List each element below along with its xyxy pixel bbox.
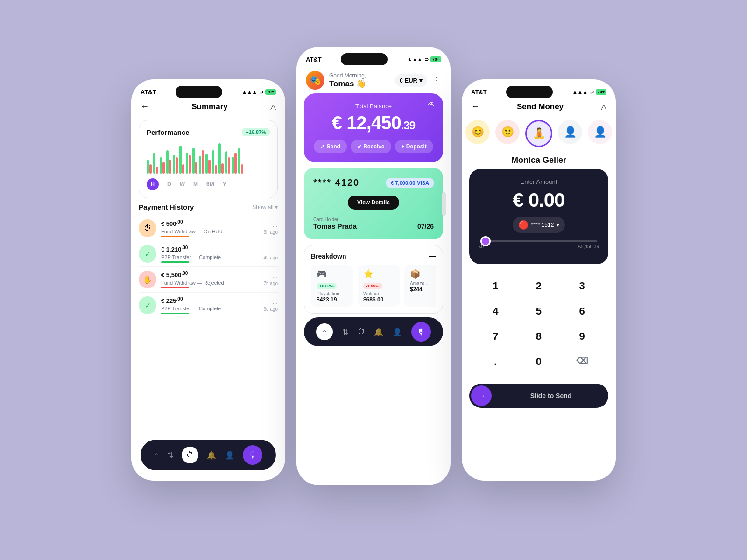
payment-dots-3[interactable]: ··· bbox=[263, 273, 278, 281]
status-icons-left: ▲▲▲ ⊃ 70+ bbox=[242, 89, 276, 95]
alert-icon-left[interactable]: △ bbox=[270, 102, 276, 111]
nav-home-left[interactable]: ⌂ bbox=[154, 451, 159, 459]
slide-to-send[interactable]: → Slide to Send bbox=[469, 384, 608, 408]
numpad-4[interactable]: 4 bbox=[474, 299, 517, 324]
card-holder-block: Card Holder Tomas Prada bbox=[313, 217, 357, 230]
performance-card: Performance +16.87% bbox=[139, 120, 278, 198]
amazon-name: Amazo... bbox=[410, 281, 436, 286]
nav-profile-left[interactable]: 👤 bbox=[225, 451, 234, 460]
filter-6M[interactable]: 6M bbox=[206, 181, 214, 188]
back-button-left[interactable]: ← bbox=[141, 102, 149, 112]
contact-avatar-active[interactable]: 🧘 bbox=[525, 120, 552, 147]
amount-slider-track[interactable] bbox=[480, 240, 597, 242]
payment-info-2: € 1,210.00 P2P Transfer — Complete bbox=[161, 245, 259, 262]
enter-amount-card: Enter Amount € 0.00 🔴 **** 1512 ▾ €0 €5,… bbox=[469, 169, 608, 264]
send-button[interactable]: ↗ Send bbox=[314, 140, 347, 153]
status-icons-center: ▲▲▲ ⊃ 70+ bbox=[407, 56, 441, 63]
signal-icon-center: ▲▲▲ bbox=[407, 56, 423, 62]
alert-icon-right[interactable]: △ bbox=[601, 102, 606, 111]
page-title-left: Summary bbox=[191, 102, 227, 112]
walmart-name: Welmart bbox=[363, 291, 394, 296]
phone-dashboard: AT&T ▲▲▲ ⊃ 70+ 🎭 Good Morning, Tomas 👋 €… bbox=[296, 47, 451, 485]
numpad-backspace[interactable]: ⌫ bbox=[560, 349, 604, 374]
payment-time-2: 4h ago bbox=[263, 255, 278, 260]
payment-dots-4[interactable]: ··· bbox=[263, 299, 278, 307]
breakdown-collapse-icon[interactable]: — bbox=[429, 252, 436, 260]
slider-labels: €0 €5,450.39 bbox=[479, 244, 599, 249]
contact-avatar-5[interactable]: 👤 bbox=[588, 120, 612, 144]
numpad-9[interactable]: 9 bbox=[560, 324, 604, 349]
wifi-icon-center: ⊃ bbox=[424, 56, 429, 63]
header-summary: ← Summary △ bbox=[131, 98, 285, 115]
nav-history-center[interactable]: ⏱ bbox=[358, 328, 365, 336]
numpad-8[interactable]: 8 bbox=[517, 324, 561, 349]
signal-icon: ▲▲▲ bbox=[242, 89, 257, 95]
filter-W[interactable]: W bbox=[180, 181, 185, 188]
payment-bar-1 bbox=[161, 236, 189, 237]
filter-M[interactable]: M bbox=[193, 181, 198, 188]
breakdown-items: 🎮 +6.87% Playstation $423.19 ⭐ -1.99% We… bbox=[311, 265, 436, 307]
nav-profile-center[interactable]: 👤 bbox=[393, 328, 402, 336]
amount-display: € 0.00 bbox=[479, 189, 599, 211]
deposit-button[interactable]: + Deposit bbox=[395, 140, 433, 153]
nav-bell-center[interactable]: 🔔 bbox=[374, 328, 383, 336]
slide-thumb: → bbox=[471, 385, 492, 406]
payment-meta-1: ··· 3h ago bbox=[263, 222, 278, 235]
back-button-right[interactable]: ← bbox=[471, 102, 479, 112]
card-number: **** 4120 bbox=[313, 177, 359, 188]
payment-history-title: Payment History bbox=[139, 203, 194, 211]
filter-H[interactable]: H bbox=[147, 178, 159, 190]
numpad-7[interactable]: 7 bbox=[474, 324, 517, 349]
carrier-center: AT&T bbox=[306, 56, 322, 63]
payment-icon-hold: ⏱ bbox=[139, 219, 156, 237]
payment-dots-1[interactable]: ··· bbox=[263, 222, 278, 230]
nav-home-center[interactable]: ⌂ bbox=[316, 323, 333, 340]
carrier-right: AT&T bbox=[471, 89, 487, 96]
numpad-6[interactable]: 6 bbox=[560, 299, 604, 324]
payment-time-4: 3d ago bbox=[263, 307, 278, 312]
contact-avatar-2[interactable]: 🙂 bbox=[495, 120, 520, 144]
signal-icon-right: ▲▲▲ bbox=[572, 89, 588, 95]
payment-bar-3 bbox=[161, 287, 189, 288]
nav-transfer-left[interactable]: ⇅ bbox=[167, 451, 173, 460]
card-amount: € 7,000.00 bbox=[391, 180, 415, 186]
performance-chart bbox=[147, 141, 270, 174]
mastercard-icon: 🔴 bbox=[518, 220, 529, 230]
enter-amount-label: Enter Amount bbox=[479, 178, 599, 185]
nav-mic-center[interactable]: 🎙 bbox=[411, 322, 431, 342]
numpad-1[interactable]: 1 bbox=[474, 273, 517, 299]
contact-avatar-1[interactable]: 😊 bbox=[465, 120, 490, 144]
nav-bell-left[interactable]: 🔔 bbox=[207, 451, 216, 460]
filter-Y[interactable]: Y bbox=[223, 181, 226, 188]
page-title-right: Send Money bbox=[517, 102, 564, 112]
payment-desc-3: Fund Withdraw — Rejected bbox=[161, 280, 259, 286]
numpad-2[interactable]: 2 bbox=[517, 273, 561, 299]
breakdown-title: Breakdown bbox=[311, 252, 346, 260]
nav-transfer-center[interactable]: ⇅ bbox=[342, 328, 348, 336]
payment-desc-4: P2P Transfer — Complete bbox=[161, 306, 259, 311]
payment-history-section: Payment History Show all ▾ ⏱ € 500.00 Fu… bbox=[139, 203, 278, 318]
numpad-dot[interactable]: . bbox=[474, 349, 517, 374]
show-all-button[interactable]: Show all ▾ bbox=[252, 204, 278, 210]
numpad-0[interactable]: 0 bbox=[517, 349, 561, 374]
payment-dots-2[interactable]: ··· bbox=[263, 248, 278, 255]
card-holder-label: Card Holder bbox=[313, 217, 357, 222]
menu-dots[interactable]: ⋮ bbox=[432, 75, 441, 86]
currency-selector[interactable]: € EUR ▾ bbox=[395, 74, 427, 87]
status-bar-right: AT&T ▲▲▲ ⊃ 70+ bbox=[462, 79, 616, 98]
receive-button[interactable]: ↙ Receive bbox=[351, 140, 391, 153]
view-details-button[interactable]: View Details bbox=[348, 196, 399, 210]
nav-history-left[interactable]: ⏱ bbox=[182, 447, 198, 463]
contact-avatar-4[interactable]: 👤 bbox=[558, 120, 582, 144]
nav-mic-left[interactable]: 🎙 bbox=[243, 445, 262, 465]
playstation-badge: +6.87% bbox=[317, 283, 337, 289]
numpad-3[interactable]: 3 bbox=[560, 273, 604, 299]
header-send-money: ← Send Money △ bbox=[462, 98, 616, 115]
bottom-nav-left: ⌂ ⇅ ⏱ 🔔 👤 🎙 bbox=[141, 440, 276, 470]
card-selector[interactable]: 🔴 **** 1512 ▾ bbox=[513, 217, 565, 233]
numpad-5[interactable]: 5 bbox=[517, 299, 561, 324]
time-filters: H D W M 6M Y bbox=[147, 178, 270, 190]
slider-thumb[interactable] bbox=[480, 236, 491, 246]
payment-item: ✋ € 5,500.00 Fund Withdraw — Rejected ··… bbox=[139, 267, 278, 293]
filter-D[interactable]: D bbox=[167, 181, 171, 188]
